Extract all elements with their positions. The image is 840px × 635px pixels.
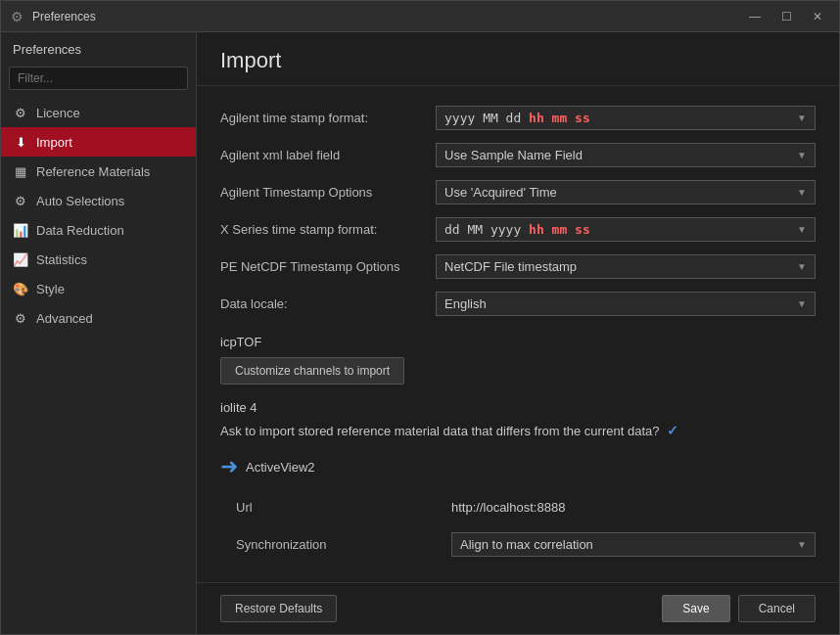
agilent-ts-options-label: Agilent Timestamp Options bbox=[220, 185, 436, 200]
sync-value: Align to max correlation bbox=[460, 537, 593, 552]
timestamp-highlight: hh mm ss bbox=[529, 222, 590, 237]
licence-icon: ⚙ bbox=[13, 105, 28, 120]
main-header: Import bbox=[197, 32, 839, 86]
advanced-icon: ⚙ bbox=[13, 310, 28, 326]
footer-right-buttons: Save Cancel bbox=[662, 595, 816, 622]
title-bar: ⚙ Preferences — ☐ ✕ bbox=[1, 1, 839, 32]
style-icon: 🎨 bbox=[13, 281, 28, 296]
dropdown-arrow-icon: ▼ bbox=[797, 113, 807, 123]
xseries-timestamp-row: X Series time stamp format: dd MM yyyy h… bbox=[220, 213, 816, 245]
main-body: Agilent time stamp format: yyyy MM dd hh… bbox=[197, 86, 839, 582]
window-content: Preferences ⚙ Licence ⬇ Import ▦ Referen… bbox=[1, 32, 839, 634]
window-title: Preferences bbox=[32, 10, 741, 23]
data-locale-dropdown[interactable]: English ▼ bbox=[436, 292, 816, 316]
netcdf-ts-row: PE NetCDF Timestamp Options NetCDF File … bbox=[220, 250, 816, 282]
checkmark-icon[interactable]: ✓ bbox=[667, 423, 678, 438]
sidebar-item-label: Advanced bbox=[36, 311, 93, 326]
xseries-timestamp-dropdown[interactable]: dd MM yyyy hh mm ss ▼ bbox=[436, 217, 816, 242]
sidebar-item-label: Reference Materials bbox=[36, 164, 150, 179]
sync-row: Synchronization Align to max correlation… bbox=[236, 528, 816, 560]
data-locale-label: Data locale: bbox=[220, 296, 436, 311]
sidebar-header: Preferences bbox=[1, 32, 196, 63]
preferences-window: ⚙ Preferences — ☐ ✕ Preferences ⚙ Licenc… bbox=[0, 0, 840, 635]
netcdf-ts-dropdown[interactable]: NetCDF File timestamp ▼ bbox=[436, 254, 816, 279]
data-locale-row: Data locale: English ▼ bbox=[220, 288, 816, 319]
agilent-xml-dropdown[interactable]: Use Sample Name Field ▼ bbox=[436, 143, 816, 167]
sidebar-item-style[interactable]: 🎨 Style bbox=[1, 274, 196, 303]
agilent-xml-label: Agilent xml label field bbox=[220, 148, 436, 162]
close-button[interactable]: ✕ bbox=[804, 7, 831, 26]
cancel-button[interactable]: Cancel bbox=[738, 595, 816, 622]
activeview2-title-row: ➜ ActiveView2 bbox=[220, 454, 816, 479]
sidebar-item-label: Data Reduction bbox=[36, 223, 124, 238]
sync-dropdown[interactable]: Align to max correlation ▼ bbox=[451, 532, 816, 557]
maximize-button[interactable]: ☐ bbox=[772, 7, 800, 26]
dropdown-arrow-icon: ▼ bbox=[797, 187, 807, 198]
xseries-timestamp-label: X Series time stamp format: bbox=[220, 222, 436, 237]
import-icon: ⬇ bbox=[13, 134, 28, 150]
activeview2-section: ➜ ActiveView2 Url http://localhost:8888 … bbox=[220, 454, 816, 560]
data-locale-value: English bbox=[444, 296, 487, 311]
sidebar: Preferences ⚙ Licence ⬇ Import ▦ Referen… bbox=[1, 32, 197, 634]
agilent-xml-row: Agilent xml label field Use Sample Name … bbox=[220, 139, 816, 170]
agilent-timestamp-dropdown[interactable]: yyyy MM dd hh mm ss ▼ bbox=[436, 106, 816, 130]
restore-defaults-button[interactable]: Restore Defaults bbox=[220, 595, 337, 622]
window-icon: ⚙ bbox=[9, 9, 24, 24]
agilent-ts-options-dropdown[interactable]: Use 'Acquired' Time ▼ bbox=[436, 180, 816, 204]
sidebar-item-label: Import bbox=[36, 135, 72, 150]
sidebar-item-statistics[interactable]: 📈 Statistics bbox=[1, 245, 196, 274]
sync-label: Synchronization bbox=[236, 537, 451, 552]
minimize-button[interactable]: — bbox=[741, 7, 769, 26]
sidebar-item-label: Auto Selections bbox=[36, 194, 124, 208]
url-label: Url bbox=[236, 500, 451, 515]
netcdf-ts-label: PE NetCDF Timestamp Options bbox=[220, 259, 436, 274]
url-value: http://localhost:8888 bbox=[451, 500, 565, 515]
sidebar-item-reference-materials[interactable]: ▦ Reference Materials bbox=[1, 157, 196, 186]
dropdown-arrow-icon: ▼ bbox=[797, 298, 807, 309]
sidebar-filter-input[interactable] bbox=[9, 67, 188, 90]
reference-icon: ▦ bbox=[13, 163, 28, 179]
agilent-ts-options-row: Agilent Timestamp Options Use 'Acquired'… bbox=[220, 176, 816, 207]
arrow-right-icon: ➜ bbox=[220, 454, 238, 479]
auto-select-icon: ⚙ bbox=[13, 193, 28, 208]
icptof-section-title: icpTOF bbox=[220, 335, 816, 349]
dropdown-arrow-icon: ▼ bbox=[797, 539, 807, 550]
sidebar-item-label: Statistics bbox=[36, 252, 87, 267]
dropdown-arrow-icon: ▼ bbox=[797, 224, 807, 235]
agilent-timestamp-value: yyyy MM dd hh mm ss bbox=[444, 111, 590, 125]
save-button[interactable]: Save bbox=[662, 595, 729, 622]
xseries-timestamp-value: dd MM yyyy hh mm ss bbox=[444, 222, 590, 237]
dropdown-arrow-icon: ▼ bbox=[797, 150, 807, 160]
footer: Restore Defaults Save Cancel bbox=[197, 582, 839, 634]
title-bar-controls: — ☐ ✕ bbox=[741, 7, 831, 26]
ask-import-text: Ask to import stored reference material … bbox=[220, 424, 659, 438]
netcdf-ts-value: NetCDF File timestamp bbox=[444, 259, 577, 274]
customize-channels-button[interactable]: Customize channels to import bbox=[220, 357, 404, 385]
agilent-xml-value: Use Sample Name Field bbox=[444, 148, 583, 162]
agilent-timestamp-row: Agilent time stamp format: yyyy MM dd hh… bbox=[220, 102, 816, 133]
page-title: Import bbox=[220, 48, 816, 73]
iolite4-section-title: iolite 4 bbox=[220, 400, 816, 415]
ask-import-row: Ask to import stored reference material … bbox=[220, 423, 816, 438]
sidebar-item-licence[interactable]: ⚙ Licence bbox=[1, 98, 196, 127]
timestamp-highlight: hh mm ss bbox=[529, 111, 590, 125]
activeview2-form: Url http://localhost:8888 Synchronizatio… bbox=[236, 491, 816, 560]
sidebar-item-advanced[interactable]: ⚙ Advanced bbox=[1, 303, 196, 333]
sidebar-item-import[interactable]: ⬇ Import bbox=[1, 127, 196, 157]
main-panel: Import Agilent time stamp format: yyyy M… bbox=[197, 32, 839, 634]
sidebar-item-label: Style bbox=[36, 282, 65, 296]
agilent-timestamp-label: Agilent time stamp format: bbox=[220, 111, 436, 125]
url-row: Url http://localhost:8888 bbox=[236, 491, 816, 522]
agilent-ts-options-value: Use 'Acquired' Time bbox=[444, 185, 557, 200]
activeview2-section-title: ActiveView2 bbox=[246, 460, 315, 475]
sidebar-item-data-reduction[interactable]: 📊 Data Reduction bbox=[1, 215, 196, 245]
dropdown-arrow-icon: ▼ bbox=[797, 261, 807, 272]
statistics-icon: 📈 bbox=[13, 251, 28, 267]
sidebar-item-label: Licence bbox=[36, 106, 80, 120]
iolite4-section: iolite 4 Ask to import stored reference … bbox=[220, 400, 816, 438]
data-reduction-icon: 📊 bbox=[13, 222, 28, 238]
sidebar-item-auto-selections[interactable]: ⚙ Auto Selections bbox=[1, 186, 196, 215]
